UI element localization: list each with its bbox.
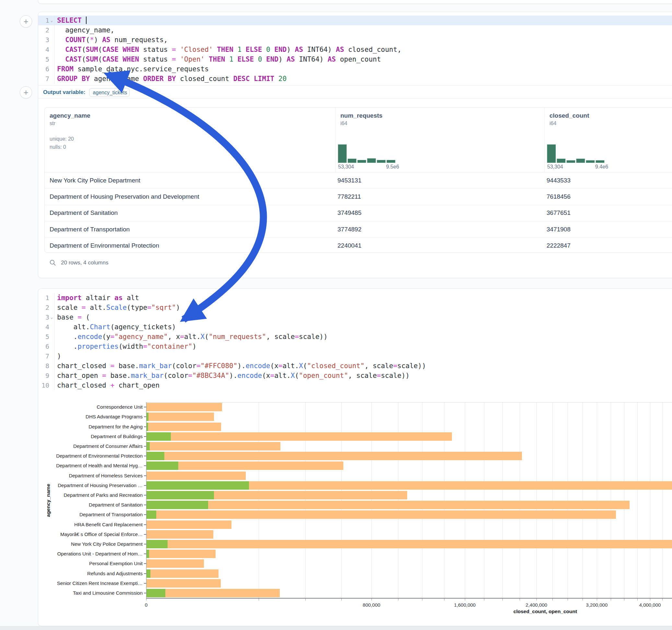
histogram-bar [367,159,376,163]
code-line-7[interactable]: 7GROUP BY agency_name ORDER BY closed_co… [38,74,672,83]
code-token: AS [336,46,344,53]
search-icon[interactable] [49,259,56,266]
code-token: "closed_count" [307,362,364,370]
code-token: altair [82,294,115,302]
table-row[interactable]: Department of Environmental Protection22… [45,238,672,253]
code-token: base [57,313,77,321]
code-line-1[interactable]: 1⌄SELECT [38,16,672,25]
histogram-bar [586,161,595,163]
code-token: alt. [274,372,291,380]
column-histogram [338,134,395,163]
previous-cell-fragment [38,0,672,4]
code-token: scale)) [381,372,410,380]
code-token: base. [115,362,139,370]
code-line-5[interactable]: 5 CAST(SUM(CASE WHEN status = 'Open' THE… [38,54,672,64]
histogram-range-labels: 53,3049.5e6 [338,164,416,170]
table-cell: 9453131 [335,177,544,184]
add-cell-button-middle[interactable]: + [20,86,32,98]
code-line-10[interactable]: 10chart_closed + chart_open [38,381,672,390]
code-line-4[interactable]: 4 alt.Chart(agency_tickets) [38,322,672,332]
code-token: = [102,372,106,380]
column-header-agency_name[interactable]: agency_namestrunique: 20nulls: 0 [45,107,335,172]
code-text: CAST(SUM(CASE WHEN status = 'Open' THEN … [54,54,672,64]
code-token [274,75,279,83]
histogram-bar [338,145,346,163]
code-token: open_count [336,55,381,63]
column-type: i64 [340,121,544,126]
code-line-6[interactable]: 6FROM sample_data.nyc.service_requests [38,64,672,74]
histogram-bar [387,160,395,163]
code-line-4[interactable]: 4 CAST(SUM(CASE WHEN status = 'Closed' T… [38,45,672,54]
code-line-2[interactable]: 2 agency_name, [38,25,672,35]
code-token [270,46,274,53]
code-token [176,46,180,53]
fold-chevron-icon[interactable]: ⌄ [49,16,54,25]
code-line-1[interactable]: 1import altair as alt [38,293,672,303]
column-header-closed_count[interactable]: closed_counti6453,3049.4e6 [544,107,672,172]
histogram-bar [348,159,356,163]
code-line-3[interactable]: 3 COUNT(*) AS num_requests, [38,35,672,45]
code-token [241,46,246,53]
add-cell-button-top[interactable]: + [20,15,32,28]
table-row[interactable]: New York City Police Department945313194… [45,172,672,189]
code-token: 0 [266,46,270,53]
code-token: agency_name [90,75,143,83]
code-text: CAST(SUM(CASE WHEN status = 'Closed' THE… [54,45,672,54]
code-token: chart_closed [57,362,110,370]
column-name: num_requests [340,112,544,119]
code-token: ( [98,46,102,53]
histogram-max-label: 9.5e6 [386,164,399,170]
code-token: ). [237,362,245,370]
code-token: = [377,372,381,380]
fold-chevron-icon[interactable]: ⌄ [49,312,54,322]
code-token: FROM [57,65,74,73]
code-token: mark_bar [131,372,164,380]
code-token: , scale [348,372,377,380]
output-variable-pill[interactable]: agency_tickets [89,88,130,97]
code-text: base = ( [54,312,672,322]
line-number: 2 [38,303,49,312]
code-token: closed_count, [344,46,401,53]
code-token: ) [94,36,102,44]
code-token [205,55,209,63]
code-token: GROUP [57,75,77,83]
code-token: encode [237,372,262,380]
code-line-3[interactable]: 3⌄base = ( [38,312,672,322]
code-token: ELSE [246,46,262,53]
python-code-editor[interactable]: 1import altair as alt2scale = alt.Scale(… [38,293,672,390]
code-token [57,46,65,53]
code-token: (color [172,362,196,370]
code-text: alt.Chart(agency_tickets) [54,322,672,332]
code-line-5[interactable]: 5 .encode(y="agency_name", x=alt.X("num_… [38,332,672,342]
line-number: 4 [38,45,49,54]
sql-code-editor[interactable]: 1⌄SELECT 2 agency_name,3 COUNT(*) AS num… [38,16,672,83]
line-number: 3 [38,312,49,322]
code-line-8[interactable]: 8chart_closed = base.mark_bar(color="#FF… [38,361,672,371]
code-line-6[interactable]: 6 .properties(width="container") [38,342,672,351]
table-row[interactable]: Department of Transportation377489234719… [45,221,672,238]
code-token: ) [176,304,180,311]
code-token: "#8BC34A" [192,372,229,380]
table-row[interactable]: Department of Sanitation37494853677651 [45,205,672,221]
code-line-9[interactable]: 9chart_open = base.mark_bar(color="#8BC3… [38,371,672,381]
code-token: = [143,343,147,350]
table-cell: 7618456 [544,193,672,200]
line-number: 7 [38,74,49,83]
table-dimensions-label: 20 rows, 4 columns [61,260,108,266]
code-line-2[interactable]: 2scale = alt.Scale(type="sqrt") [38,303,672,312]
code-token: ( [205,333,209,341]
code-token: (y [102,333,110,341]
histogram-bar [567,161,575,163]
table-row[interactable]: Department of Housing Preservation and D… [45,189,672,205]
code-token: ) [57,352,61,360]
code-token: THEN [209,55,225,63]
code-token: BY [168,75,176,83]
column-header-num_requests[interactable]: num_requestsi6453,3049.5e6 [335,107,544,172]
code-token [119,55,123,63]
code-token: alt. [184,333,201,341]
table-cell: Department of Transportation [45,226,335,233]
code-token: LIMIT [254,75,274,83]
code-line-7[interactable]: 7) [38,351,672,361]
code-token: chart_closed [57,382,110,389]
code-text: .encode(y="agency_name", x=alt.X("num_re… [54,332,672,342]
